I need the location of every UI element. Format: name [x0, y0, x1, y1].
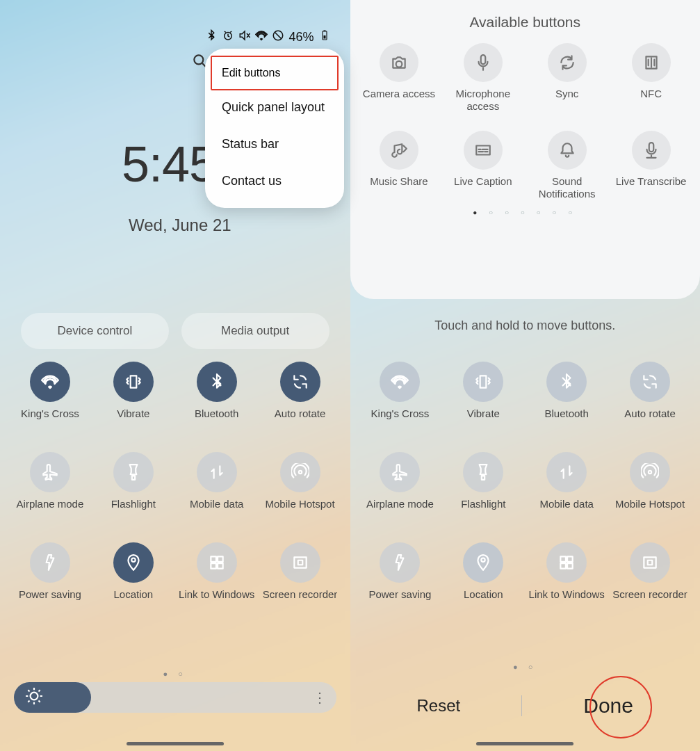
tile-mobiledata[interactable]: Mobile data: [175, 452, 259, 523]
wifi-status-icon: [255, 29, 268, 45]
gesture-bar[interactable]: [127, 742, 224, 745]
mic-icon: [464, 43, 503, 82]
quick-panel-screen: 46% 5:45 Wed, June 21 Device control Med…: [0, 0, 350, 751]
tile-powersave-label: Power saving: [367, 588, 432, 613]
tile-linkwin[interactable]: Link to Windows: [525, 542, 608, 613]
tile-hotspot[interactable]: Mobile Hotspot: [608, 452, 692, 523]
tile-bluetooth-label: Bluetooth: [543, 407, 589, 433]
menu-quick-panel-layout[interactable]: Quick panel layout: [205, 89, 344, 126]
tile-mobiledata[interactable]: Mobile data: [525, 452, 608, 523]
available-musicshare-label: Music Share: [367, 175, 430, 202]
powersave-icon: [30, 542, 70, 583]
tile-autorotate[interactable]: Auto rotate: [608, 362, 692, 433]
tile-flashlight[interactable]: Flashlight: [441, 452, 525, 523]
tile-autorotate-label: Auto rotate: [623, 407, 676, 433]
tile-location[interactable]: Location: [92, 542, 175, 613]
reset-button[interactable]: Reset: [400, 691, 478, 721]
screenrec-icon: [630, 542, 670, 583]
dnd-status-icon: [272, 29, 284, 45]
linkwin-icon: [197, 542, 237, 583]
tile-powersave[interactable]: Power saving: [8, 542, 92, 613]
tile-location[interactable]: Location: [441, 542, 525, 613]
svg-rect-4: [323, 31, 325, 32]
brightness-more-icon[interactable]: ⋮: [313, 689, 327, 706]
device-control-chip[interactable]: Device control: [21, 313, 169, 349]
gesture-bar[interactable]: [476, 742, 573, 745]
bluetooth-icon: [546, 362, 587, 402]
tiles-pager-dots-right: ● ○: [350, 663, 701, 671]
tile-hotspot-label: Mobile Hotspot: [264, 498, 336, 523]
airplane-icon: [380, 452, 420, 492]
tile-linkwin-label: Link to Windows: [177, 588, 256, 613]
available-livetrans-label: Live Transcribe: [613, 175, 690, 202]
mute-status-icon: [238, 29, 251, 45]
tile-flashlight-label: Flashlight: [110, 498, 157, 523]
edit-buttons-screen: Available buttons Camera access Micropho…: [350, 0, 701, 751]
tile-screenrec[interactable]: Screen recorder: [608, 542, 692, 613]
overflow-menu: Edit buttons Quick panel layout Status b…: [205, 49, 344, 208]
mobiledata-icon: [197, 452, 237, 492]
brightness-slider[interactable]: ⋮: [14, 682, 336, 713]
tile-vibrate[interactable]: Vibrate: [441, 362, 525, 433]
available-livetrans[interactable]: Live Transcribe: [609, 131, 693, 202]
tile-mobiledata-label: Mobile data: [188, 498, 245, 523]
footer-separator: [521, 695, 522, 716]
done-button[interactable]: Done: [567, 688, 650, 723]
available-mic[interactable]: Microphone access: [441, 43, 525, 114]
wifi-icon: [380, 362, 420, 402]
tile-powersave[interactable]: Power saving: [359, 542, 442, 613]
available-sync-label: Sync: [553, 88, 581, 114]
available-musicshare[interactable]: Music Share: [357, 131, 441, 202]
available-livecap[interactable]: Live Caption: [441, 131, 525, 202]
tile-bluetooth[interactable]: Bluetooth: [175, 362, 259, 433]
menu-edit-buttons[interactable]: Edit buttons: [212, 57, 337, 89]
autorotate-icon: [280, 362, 320, 402]
available-buttons-sheet: Available buttons Camera access Micropho…: [350, 0, 701, 299]
battery-icon: [318, 29, 331, 45]
tile-location-label: Location: [112, 588, 154, 613]
location-icon: [463, 542, 503, 583]
tile-airplane[interactable]: Airplane mode: [359, 452, 442, 523]
tile-airplane[interactable]: Airplane mode: [8, 452, 92, 523]
tile-powersave-label: Power saving: [17, 588, 83, 613]
tiles-pager-dots: ● ○: [0, 670, 350, 678]
vibrate-icon: [113, 362, 154, 402]
available-soundnotif[interactable]: Sound Notifications: [525, 131, 609, 202]
available-nfc-label: NFC: [637, 88, 665, 114]
tile-bluetooth[interactable]: Bluetooth: [525, 362, 608, 433]
tile-flashlight[interactable]: Flashlight: [92, 452, 175, 523]
tile-autorotate[interactable]: Auto rotate: [259, 362, 342, 433]
tile-hotspot[interactable]: Mobile Hotspot: [259, 452, 342, 523]
available-camera[interactable]: Camera access: [357, 43, 441, 114]
tile-wifi[interactable]: King's Cross: [359, 362, 442, 433]
airplane-icon: [30, 452, 70, 492]
tile-location-label: Location: [462, 588, 505, 613]
battery-percent: 46%: [288, 30, 314, 45]
tile-screenrec[interactable]: Screen recorder: [259, 542, 342, 613]
available-nfc[interactable]: NFC: [609, 43, 693, 114]
tile-bluetooth-label: Bluetooth: [193, 407, 240, 433]
tile-vibrate[interactable]: Vibrate: [92, 362, 175, 433]
tile-mobiledata-label: Mobile data: [538, 498, 595, 523]
available-livecap-label: Live Caption: [451, 175, 514, 202]
media-output-chip[interactable]: Media output: [181, 313, 329, 349]
clock-date: Wed, June 21: [129, 216, 231, 235]
nfc-icon: [632, 43, 671, 82]
camera-icon: [380, 43, 418, 82]
tile-wifi[interactable]: King's Cross: [8, 362, 92, 433]
available-sync[interactable]: Sync: [525, 43, 609, 114]
autorotate-icon: [630, 362, 670, 402]
tile-hotspot-label: Mobile Hotspot: [614, 498, 686, 523]
tile-screenrec-label: Screen recorder: [261, 588, 339, 613]
tile-airplane-label: Airplane mode: [15, 498, 86, 523]
tile-autorotate-label: Auto rotate: [273, 407, 327, 433]
tile-flashlight-label: Flashlight: [459, 498, 507, 523]
sun-icon: [25, 687, 43, 708]
livetrans-icon: [632, 131, 671, 170]
tile-linkwin[interactable]: Link to Windows: [175, 542, 259, 613]
livecap-icon: [464, 131, 503, 170]
mobiledata-icon: [546, 452, 587, 492]
menu-contact-us[interactable]: Contact us: [205, 163, 344, 200]
flashlight-icon: [113, 452, 154, 492]
menu-status-bar[interactable]: Status bar: [205, 126, 344, 163]
